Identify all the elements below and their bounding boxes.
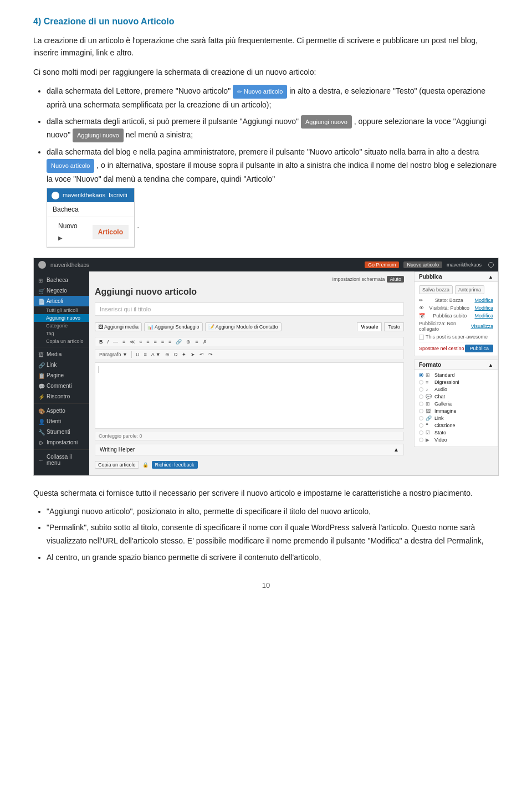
formato-stato[interactable]: ☑ Stato xyxy=(419,430,493,435)
formato-chat[interactable]: 💬 Chat xyxy=(419,394,493,399)
radio-link[interactable] xyxy=(419,416,423,420)
sidebar-sub-tutti[interactable]: Tutti gli articoli xyxy=(34,306,89,314)
sidebar-label-impostazioni: Impostazioni xyxy=(47,439,78,445)
radio-video[interactable] xyxy=(419,438,423,442)
wp-aiuto-btn[interactable]: Aiuto xyxy=(387,276,404,283)
tb-ul[interactable]: ≡ xyxy=(121,338,127,345)
sidebar-item-aspetto[interactable]: 🎨 Aspetto xyxy=(34,406,89,416)
writing-helper-arrow[interactable]: ▲ xyxy=(393,447,399,453)
tb-color[interactable]: A ▼ xyxy=(150,351,162,358)
sidebar-item-collassa[interactable]: ← Collassa il menu xyxy=(34,452,89,468)
dropdown-subscribe-btn[interactable]: Iscriviti xyxy=(109,190,127,201)
sidebar-sub-aggiungi[interactable]: Aggiungi nuovo xyxy=(34,314,89,322)
formato-standard[interactable]: ⊞ Standard xyxy=(419,372,493,378)
btn-cestino[interactable]: Spostare nel cestino xyxy=(419,346,464,351)
sidebar-item-riscontro[interactable]: ⚡ Riscontro xyxy=(34,391,89,402)
sidebar-item-negozio[interactable]: 🛒 Negozio xyxy=(34,285,89,296)
tb-align-right[interactable]: ≡ xyxy=(160,338,166,345)
sidebar-item-pagine[interactable]: 📋 Pagine xyxy=(34,370,89,381)
radio-standard[interactable] xyxy=(419,373,423,377)
wp-title-input[interactable]: Inserisci qui il titolo xyxy=(95,302,404,316)
formato-video[interactable]: ▶ Video xyxy=(419,437,493,443)
formato-arrow-icon[interactable]: ▲ xyxy=(488,362,493,368)
btn-anteprima[interactable]: Anteprima xyxy=(455,285,484,294)
btn-richiedi-feedback[interactable]: Richiedi feedback xyxy=(152,461,198,469)
btn-aggiungi-nuovo-1[interactable]: Aggiungi nuovo xyxy=(301,115,352,129)
tb-special[interactable]: Ω xyxy=(172,351,180,358)
sidebar-item-utenti[interactable]: 👤 Utenti xyxy=(34,416,89,427)
tab-testo[interactable]: Testo xyxy=(384,322,404,331)
ab-search-icon[interactable] xyxy=(488,262,494,268)
tb-indent[interactable]: ✦ xyxy=(180,351,188,358)
tb-link[interactable]: 🔗 xyxy=(174,338,183,345)
btn-aggiungi-modulo[interactable]: 📝 Aggiungi Modulo di Contatto xyxy=(205,322,282,331)
tb-align-justify[interactable]: ≡ xyxy=(167,338,173,345)
formato-digressioni[interactable]: ≡ Digressioni xyxy=(419,379,493,385)
dropdown-nuovo-row[interactable]: Nuovo ▶ Articolo xyxy=(47,217,134,247)
btn-aggiungi-media[interactable]: 🖼 Aggiungi media xyxy=(95,322,142,331)
tb-align-center[interactable]: ≡ xyxy=(152,338,158,345)
formato-audio[interactable]: ♪ Audio xyxy=(419,387,493,392)
sidebar-sub-categorie-label: Categorie xyxy=(46,323,68,329)
radio-chat[interactable] xyxy=(419,394,423,399)
ab-gopremium-btn[interactable]: Go Premium xyxy=(365,261,400,268)
btn-pubblicizza-visualizza[interactable]: Visualizza xyxy=(471,324,493,329)
pubblica-arrow-icon[interactable]: ▲ xyxy=(488,274,493,280)
sidebar-item-articoli[interactable]: 📄 Articoli xyxy=(34,296,89,306)
btn-pubblica[interactable]: Pubblica xyxy=(465,345,493,352)
dropdown-bacheca-row[interactable]: Bacheca xyxy=(47,202,134,217)
tb-bold[interactable]: B xyxy=(98,338,105,345)
btn-stato-modifica[interactable]: Modifica xyxy=(474,297,493,303)
tab-visuale[interactable]: Visuale xyxy=(357,322,382,331)
formato-galleria[interactable]: ⊞ Galleria xyxy=(419,401,493,407)
btn-visibilita-modifica[interactable]: Modifica xyxy=(474,305,493,311)
ab-newpost-btn[interactable]: Nuovo articolo xyxy=(403,261,442,268)
superawesome-checkbox[interactable] xyxy=(419,335,424,340)
tb-outdent[interactable]: ➤ xyxy=(189,351,197,358)
tb-paste[interactable]: ⊕ xyxy=(163,351,171,358)
tb-more[interactable]: ≡ xyxy=(193,338,200,345)
tb-paragrafo[interactable]: Paragrafo ▼ xyxy=(98,351,129,358)
wp-editor-area[interactable] xyxy=(95,362,404,429)
btn-nuovo-articolo-inline[interactable]: ✏ Nuovo articolo xyxy=(233,85,287,99)
tb-align2[interactable]: ≡ xyxy=(142,351,148,358)
tb-italic[interactable]: I xyxy=(106,338,111,345)
tb-redo[interactable]: ↷ xyxy=(207,351,214,358)
sidebar-sub-tag[interactable]: Tag xyxy=(34,330,89,337)
radio-galleria[interactable] xyxy=(419,402,423,406)
sidebar-item-bacheca[interactable]: ⊞ Bacheca xyxy=(34,275,89,285)
btn-salva-bozza[interactable]: Salva bozza xyxy=(419,285,453,294)
btn-aggiungi-nuovo-2[interactable]: Aggiungi nuovo xyxy=(73,129,124,142)
radio-immagine[interactable] xyxy=(419,409,423,413)
radio-audio[interactable] xyxy=(419,387,423,392)
sidebar-sub-categorie[interactable]: Categorie xyxy=(34,322,89,330)
tb-align-left[interactable]: ≡ xyxy=(145,338,151,345)
wp-impostazioni-schermata[interactable]: Impostazioni schermata xyxy=(332,276,385,282)
sidebar-label-utenti: Utenti xyxy=(47,418,61,424)
collapse-icon: ← xyxy=(38,457,44,463)
sidebar-sub-copia[interactable]: Copia un articolo xyxy=(34,337,89,345)
tb-close[interactable]: ✗ xyxy=(201,338,209,345)
btn-nuovo-articolo-inline-2[interactable]: Nuovo articolo xyxy=(47,159,94,173)
btn-copia-articolo[interactable]: Copia un articolo xyxy=(95,461,139,469)
tb-blockquote[interactable]: « xyxy=(137,338,144,345)
radio-citazione[interactable] xyxy=(419,423,423,428)
tb-unlink[interactable]: ⊕ xyxy=(185,338,192,345)
radio-digressioni[interactable] xyxy=(419,380,423,384)
formato-link[interactable]: 🔗 Link xyxy=(419,415,493,421)
sidebar-item-strumenti[interactable]: 🔧 Strumenti xyxy=(34,427,89,437)
formato-citazione[interactable]: ❝ Citazione xyxy=(419,423,493,428)
formato-immagine[interactable]: 🖼 Immagine xyxy=(419,408,493,414)
btn-aggiungi-sondaggio[interactable]: 📊 Aggiungi Sondaggio xyxy=(144,322,203,331)
sidebar-item-media[interactable]: 🖼 Media xyxy=(34,349,89,360)
tb-undo[interactable]: ↶ xyxy=(198,351,206,358)
tb-ol[interactable]: ≪ xyxy=(128,338,136,345)
sidebar-item-link[interactable]: 🔗 Link xyxy=(34,360,89,370)
sidebar-item-commenti[interactable]: 💬 Commenti xyxy=(34,381,89,391)
radio-stato[interactable] xyxy=(419,430,423,435)
tb-underline[interactable]: U xyxy=(134,351,141,358)
sidebar-item-impostazioni[interactable]: ⚙ Impostazioni xyxy=(34,437,89,448)
tb-strikethrough[interactable]: — xyxy=(111,338,120,345)
pencil-icon: ✏ xyxy=(237,87,242,96)
btn-pubblica-subito-modifica[interactable]: Modifica xyxy=(474,313,493,319)
